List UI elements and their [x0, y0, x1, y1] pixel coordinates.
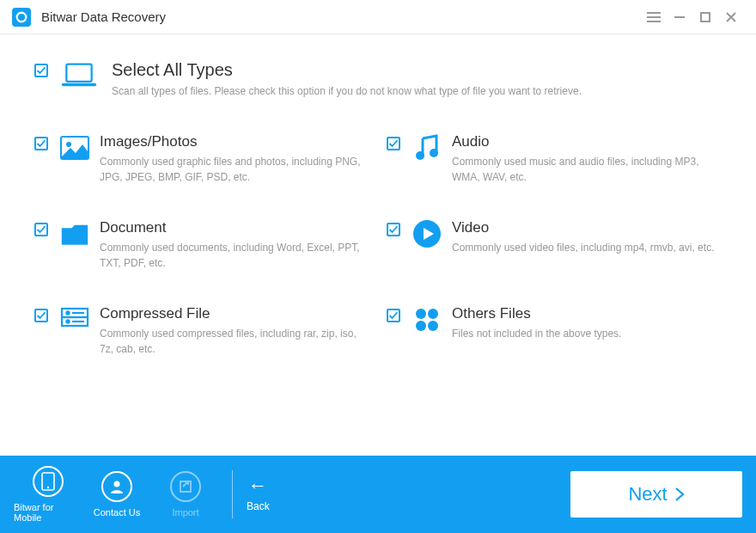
back-arrow-icon: ←: [248, 476, 267, 495]
import-label: Import: [172, 507, 198, 518]
content-area: Select All Types Scan all types of files…: [0, 34, 756, 456]
svg-point-29: [114, 481, 120, 487]
bitwar-mobile-label: Bitwar for Mobile: [14, 502, 82, 523]
type-desc: Commonly used graphic files and photos, …: [100, 154, 366, 185]
checkbox-document[interactable]: [34, 223, 48, 236]
app-title: Bitwar Data Recovery: [41, 9, 166, 24]
back-label: Back: [247, 500, 270, 512]
checkbox-others[interactable]: [387, 309, 400, 322]
audio-icon: [412, 133, 442, 162]
footer-divider: [232, 470, 233, 518]
svg-rect-15: [62, 228, 88, 244]
svg-point-13: [430, 149, 438, 157]
others-icon: [412, 305, 442, 334]
type-desc: Commonly used video files, including mp4…: [452, 240, 714, 255]
type-desc: Commonly used documents, including Word,…: [100, 240, 366, 271]
svg-point-23: [416, 309, 426, 319]
type-others: Others FilesFiles not included in the ab…: [387, 305, 722, 357]
checkbox-video[interactable]: [387, 223, 400, 236]
type-title: Compressed File: [100, 305, 366, 322]
checkbox-compressed[interactable]: [34, 309, 48, 322]
svg-rect-5: [701, 13, 710, 21]
close-button[interactable]: [718, 4, 744, 30]
svg-rect-8: [66, 64, 91, 81]
type-title: Video: [452, 219, 714, 236]
svg-point-26: [428, 321, 438, 331]
type-images: Images/PhotosCommonly used graphic files…: [34, 133, 369, 185]
svg-point-11: [66, 142, 71, 147]
type-compressed: Compressed FileCommonly used compressed …: [34, 305, 369, 357]
footer: Bitwar for Mobile Contact Us Import ← Ba…: [0, 456, 756, 533]
chevron-right-icon: [674, 487, 685, 502]
next-label: Next: [628, 483, 667, 505]
type-video: VideoCommonly used video files, includin…: [387, 219, 722, 271]
bitwar-mobile-button[interactable]: Bitwar for Mobile: [14, 463, 82, 525]
type-audio: AudioCommonly used music and audio files…: [387, 133, 722, 185]
type-document: DocumentCommonly used documents, includi…: [34, 219, 369, 271]
titlebar: Bitwar Data Recovery: [0, 0, 756, 34]
import-button[interactable]: Import: [151, 463, 220, 525]
app-logo: [12, 8, 31, 27]
type-desc: Commonly used music and audio files, inc…: [452, 154, 718, 185]
type-title: Audio: [452, 133, 718, 150]
document-icon: [60, 219, 89, 248]
svg-point-28: [47, 487, 49, 488]
minimize-button[interactable]: [667, 4, 692, 30]
type-title: Others Files: [452, 305, 621, 322]
svg-rect-9: [62, 83, 96, 86]
mobile-icon: [33, 466, 64, 497]
laptop-icon: [60, 60, 98, 89]
checkbox-audio[interactable]: [387, 137, 400, 150]
menu-icon[interactable]: [641, 4, 667, 30]
select-all-checkbox[interactable]: [34, 64, 48, 77]
svg-point-24: [428, 309, 438, 319]
select-all-types: Select All Types Scan all types of files…: [34, 60, 722, 99]
contact-icon: [101, 471, 132, 502]
select-all-title: Select All Types: [112, 60, 582, 80]
svg-point-0: [17, 12, 27, 21]
contact-us-label: Contact Us: [94, 507, 140, 518]
import-icon: [170, 471, 201, 502]
checkbox-images[interactable]: [34, 137, 48, 150]
video-icon: [412, 219, 442, 248]
next-button[interactable]: Next: [570, 471, 742, 518]
type-title: Images/Photos: [100, 133, 366, 150]
contact-us-button[interactable]: Contact Us: [82, 463, 151, 525]
svg-point-20: [66, 320, 69, 322]
type-desc: Commonly used compressed files, includin…: [100, 326, 366, 357]
type-title: Document: [100, 219, 366, 236]
svg-point-19: [66, 311, 69, 314]
type-desc: Files not included in the above types.: [452, 326, 621, 341]
back-button[interactable]: ← Back: [245, 476, 270, 512]
image-icon: [60, 133, 89, 162]
maximize-button[interactable]: [692, 4, 718, 30]
svg-point-25: [416, 321, 426, 331]
compressed-icon: [60, 305, 89, 334]
select-all-desc: Scan all types of files. Please check th…: [112, 83, 582, 99]
